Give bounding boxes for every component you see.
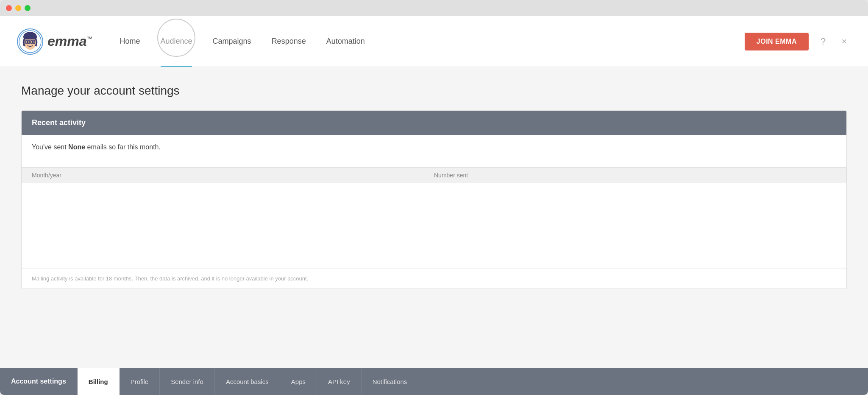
help-icon[interactable]: ?	[816, 35, 830, 48]
tab-apps[interactable]: Apps	[280, 368, 317, 395]
table-header: Month/year Number sent	[22, 167, 846, 183]
card-header: Recent activity	[22, 111, 846, 135]
page-title: Manage your account settings	[21, 84, 847, 98]
nav-close-icon[interactable]: ×	[837, 35, 851, 48]
maximize-button[interactable]	[25, 5, 31, 11]
tab-sender-info[interactable]: Sender info	[160, 368, 215, 395]
nav-response[interactable]: Response	[262, 16, 316, 67]
recent-activity-card: Recent activity You've sent None emails …	[21, 110, 847, 289]
col-month-year: Month/year	[32, 172, 434, 179]
col-number-sent: Number sent	[434, 172, 836, 179]
join-emma-button[interactable]: JOIN EMMA	[745, 33, 809, 50]
account-settings-label: Account settings	[0, 368, 78, 395]
nav-campaigns[interactable]: Campaigns	[203, 16, 262, 67]
close-button[interactable]	[6, 5, 12, 11]
nav-home[interactable]: Home	[110, 16, 150, 67]
table-body	[22, 183, 846, 268]
archive-note: Mailing activity is available for 18 mon…	[22, 268, 846, 289]
main-content: Manage your account settings Recent acti…	[0, 67, 868, 368]
tab-notifications[interactable]: Notifications	[362, 368, 419, 395]
tab-billing[interactable]: Billing	[78, 368, 120, 395]
nav-automation[interactable]: Automation	[316, 16, 375, 67]
top-nav: emma™ Home Audience Campaigns Response A…	[0, 16, 868, 67]
logo-circle	[17, 28, 43, 55]
minimize-button[interactable]	[15, 5, 21, 11]
nav-right: JOIN EMMA ? ×	[745, 33, 851, 50]
activity-message: You've sent None emails so far this mont…	[32, 143, 836, 151]
tab-account-basics[interactable]: Account basics	[215, 368, 280, 395]
logo-area: emma™	[17, 28, 93, 55]
svg-point-3	[27, 41, 29, 43]
emma-logo-icon	[19, 30, 42, 53]
logo-text: emma™	[47, 34, 93, 49]
none-label: None	[68, 143, 85, 151]
nav-audience[interactable]: Audience	[150, 16, 203, 67]
bottom-tabs: Account settings Billing Profile Sender …	[0, 368, 868, 395]
app-window: emma™ Home Audience Campaigns Response A…	[0, 0, 868, 395]
tab-api-key[interactable]: API key	[317, 368, 362, 395]
card-body: You've sent None emails so far this mont…	[22, 135, 846, 167]
tab-profile[interactable]: Profile	[120, 368, 160, 395]
svg-point-4	[32, 41, 34, 43]
title-bar	[0, 0, 868, 16]
main-nav: Home Audience Campaigns Response Automat…	[110, 16, 745, 67]
